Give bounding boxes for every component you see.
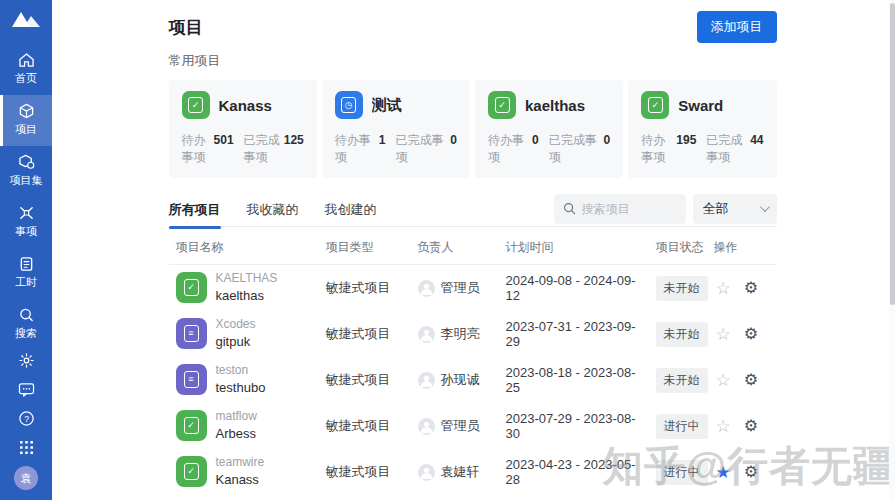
todo-count: 0 [532, 133, 539, 147]
table-row[interactable]: ≡Xcodesgitpuk敏捷式项目李明亮2023-07-31 - 2023-0… [169, 311, 777, 357]
sidebar-bottom: ? 袁 [0, 350, 52, 500]
tab-my-created[interactable]: 我创建的 [325, 201, 377, 229]
sidebar-item-label: 项目 [15, 122, 37, 137]
card-project-name: Kanass [219, 97, 272, 114]
project-card[interactable]: ✓ Kanass 待办事项 501 已完成事项 125 [169, 80, 317, 178]
tab-my-favorites[interactable]: 我收藏的 [247, 201, 299, 229]
favorites-section-title: 常用项目 [169, 52, 777, 70]
done-label: 已完成事项 [244, 132, 284, 166]
dropdown-value: 全部 [703, 200, 729, 218]
owner-name: 孙现诚 [441, 371, 480, 389]
sidebar-item-label: 搜索 [15, 326, 37, 341]
col-actions: 操作 [707, 239, 777, 256]
search-input[interactable] [582, 202, 672, 216]
owner-name: 管理员 [441, 417, 480, 435]
gear-icon[interactable]: ⚙ [744, 280, 758, 296]
col-planned-time: 计划时间 [499, 239, 649, 256]
project-type: 敏捷式项目 [319, 417, 411, 435]
card-project-name: kaelthas [525, 97, 585, 114]
search-icon [18, 307, 35, 323]
search-icon [563, 202, 576, 215]
project-icon: ✓ [176, 272, 207, 303]
add-project-button[interactable]: 添加项目 [697, 11, 777, 43]
user-avatar[interactable]: 袁 [14, 466, 38, 490]
table-row[interactable]: ✓teamwireKanass敏捷式项目袁婕轩2023-04-23 - 2023… [169, 449, 777, 495]
project-subtitle: testhubo [216, 379, 266, 397]
planned-time: 2023-07-29 - 2023-08-30 [499, 411, 649, 441]
table-row[interactable]: ≡testontesthubo敏捷式项目孙现诚2023-08-18 - 2023… [169, 357, 777, 403]
chevron-down-icon [759, 202, 769, 212]
star-icon[interactable]: ☆ [716, 418, 731, 435]
owner-avatar-icon [418, 280, 435, 297]
apps-grid-icon[interactable] [16, 437, 36, 457]
sidebar-item-home[interactable]: 首页 [0, 44, 52, 95]
project-icon: ✓ [182, 91, 210, 119]
table-row[interactable]: ✓matflowArbess敏捷式项目管理员2023-07-29 - 2023-… [169, 403, 777, 449]
project-icon: ◷ [335, 91, 363, 119]
scrollbar-thumb[interactable] [890, 3, 895, 305]
done-label: 已完成事项 [395, 132, 450, 166]
home-icon [18, 52, 35, 68]
project-card[interactable]: ✓ kaelthas 待办事项 0 已完成事项 0 [475, 80, 623, 178]
sidebar-item-projects[interactable]: 项目 [0, 95, 52, 146]
owner-avatar-icon [418, 326, 435, 343]
todo-label: 待办事项 [335, 132, 379, 166]
owner-avatar-icon [418, 418, 435, 435]
col-status: 项目状态 [649, 239, 707, 256]
gear-icon[interactable]: ⚙ [744, 418, 758, 434]
todo-label: 待办事项 [488, 132, 532, 166]
owner-avatar-icon [418, 372, 435, 389]
todo-label: 待办事项 [641, 132, 676, 166]
gear-icon[interactable]: ⚙ [744, 464, 758, 480]
gear-icon[interactable]: ⚙ [744, 372, 758, 388]
todo-count: 1 [379, 133, 386, 147]
gear-icon[interactable]: ⚙ [744, 326, 758, 342]
project-icon: ✓ [641, 91, 669, 119]
table-row[interactable]: ✓KAELTHASkaelthas敏捷式项目管理员2024-09-08 - 20… [169, 265, 777, 311]
star-icon[interactable]: ☆ [716, 372, 731, 389]
project-subtitle: Arbess [216, 425, 257, 443]
status-badge: 进行中 [656, 414, 708, 439]
star-icon[interactable]: ☆ [716, 280, 731, 297]
project-title: KAELTHAS [216, 271, 278, 287]
app-logo[interactable] [0, 0, 52, 44]
project-icon: ✓ [176, 456, 207, 487]
table-row[interactable]: ◷CS测试敏捷式项目袁婕轩2024-07-05 - 2024-08-29未开始☆… [169, 495, 777, 500]
project-title: teamwire [216, 455, 265, 471]
sidebar-item-project-sets[interactable]: 项目集 [0, 146, 52, 197]
col-project-name: 项目名称 [169, 239, 319, 256]
sidebar-item-issues[interactable]: 事项 [0, 197, 52, 248]
project-subtitle: Kanass [216, 471, 265, 489]
owner-name: 管理员 [441, 279, 480, 297]
star-icon[interactable]: ★ [716, 464, 731, 481]
message-icon[interactable] [16, 379, 36, 399]
sidebar: 首页 项目 项目集 事项 [0, 0, 52, 500]
issues-icon [18, 205, 35, 221]
tab-all-projects[interactable]: 所有项目 [169, 201, 221, 229]
card-stats: 待办事项 0 已完成事项 0 [488, 132, 610, 166]
sidebar-item-search[interactable]: 搜索 [0, 299, 52, 350]
project-set-icon [18, 154, 35, 170]
status-filter-dropdown[interactable]: 全部 [693, 194, 777, 224]
svg-text:?: ? [24, 413, 29, 423]
project-card[interactable]: ✓ Sward 待办事项 195 已完成事项 44 [628, 80, 776, 178]
star-icon[interactable]: ☆ [716, 326, 731, 343]
card-project-name: 测试 [372, 96, 402, 115]
sidebar-item-timesheet[interactable]: 工时 [0, 248, 52, 299]
todo-count: 195 [676, 133, 696, 147]
sidebar-item-label: 事项 [15, 224, 37, 239]
help-icon[interactable]: ? [16, 408, 36, 428]
project-type: 敏捷式项目 [319, 371, 411, 389]
status-badge: 未开始 [656, 368, 708, 393]
project-search[interactable] [554, 194, 686, 224]
card-stats: 待办事项 195 已完成事项 44 [641, 132, 763, 166]
scrollbar-track[interactable] [889, 0, 895, 500]
tab-bar: 所有项目 我收藏的 我创建的 全部 [169, 195, 777, 227]
done-count: 0 [604, 133, 611, 147]
done-count: 44 [750, 133, 763, 147]
app-window: 首页 项目 项目集 事项 [0, 0, 895, 500]
project-title: Xcodes [216, 317, 256, 333]
settings-gear-icon[interactable] [16, 350, 36, 370]
project-card[interactable]: ◷ 测试 待办事项 1 已完成事项 0 [322, 80, 470, 178]
project-icon: ✓ [488, 91, 516, 119]
